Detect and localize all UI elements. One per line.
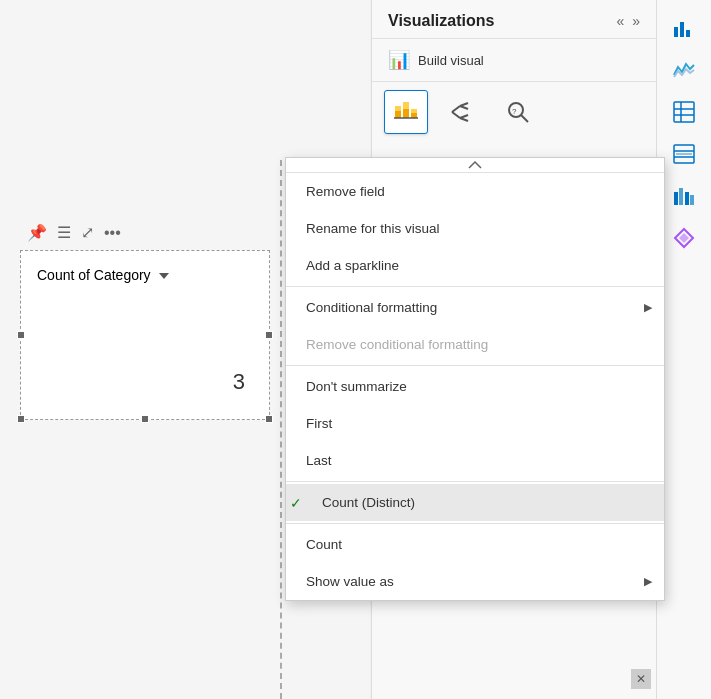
side-icon-grouped-bar[interactable] xyxy=(666,178,702,214)
viz-panel-title: Visualizations xyxy=(388,12,494,30)
menu-item-label: First xyxy=(306,416,332,431)
smart-narrative-icon: ? xyxy=(504,98,532,126)
side-icon-table[interactable] xyxy=(666,94,702,130)
svg-rect-1 xyxy=(395,106,401,111)
viz-header: Visualizations « » xyxy=(372,0,656,39)
context-menu-separator xyxy=(286,523,664,524)
side-icon-bar[interactable] xyxy=(666,10,702,46)
resize-handle-mid-left[interactable] xyxy=(17,331,25,339)
menu-item-label: Remove conditional formatting xyxy=(306,337,488,352)
svg-text:?: ? xyxy=(512,107,517,116)
svg-rect-12 xyxy=(686,30,690,37)
visual-value: 3 xyxy=(37,369,253,403)
resize-handle-bottom-left[interactable] xyxy=(17,415,25,423)
viz-arrows: « » xyxy=(616,13,640,29)
context-menu-item-conditional-formatting[interactable]: Conditional formatting▶ xyxy=(286,289,664,326)
menu-item-label: Add a sparkline xyxy=(306,258,399,273)
viz-icons-row: ? xyxy=(372,82,656,142)
svg-rect-21 xyxy=(674,192,678,205)
svg-line-8 xyxy=(521,115,528,122)
context-menu-separator xyxy=(286,365,664,366)
svg-rect-11 xyxy=(680,22,684,37)
context-menu: Remove fieldRename for this visualAdd a … xyxy=(285,157,665,601)
build-visual-label: Build visual xyxy=(418,53,484,68)
context-menu-item-last[interactable]: Last xyxy=(286,442,664,479)
side-icon-wavy[interactable] xyxy=(666,52,702,88)
close-button[interactable]: ✕ xyxy=(631,669,651,689)
viz-type-smart[interactable]: ? xyxy=(496,90,540,134)
menu-item-label: Don't summarize xyxy=(306,379,407,394)
stacked-bar-icon xyxy=(392,98,420,126)
more-icon[interactable]: ••• xyxy=(104,224,121,242)
svg-rect-10 xyxy=(674,27,678,37)
viz-type-decomp[interactable] xyxy=(440,90,484,134)
resize-handle-bottom-right[interactable] xyxy=(265,415,273,423)
svg-rect-23 xyxy=(685,192,689,205)
context-menu-item-remove-field[interactable]: Remove field xyxy=(286,173,664,210)
context-menu-item-remove-conditional: Remove conditional formatting xyxy=(286,326,664,363)
svg-rect-13 xyxy=(674,102,694,122)
context-menu-chevron xyxy=(286,158,664,173)
context-menu-item-show-value-as[interactable]: Show value as▶ xyxy=(286,563,664,600)
menu-item-label: Last xyxy=(306,453,332,468)
svg-marker-26 xyxy=(679,233,689,243)
context-menu-item-add-sparkline[interactable]: Add a sparkline xyxy=(286,247,664,284)
menu-item-label: Count (Distinct) xyxy=(306,495,415,510)
build-visual-icon: 📊 xyxy=(388,49,410,71)
menu-item-label: Show value as xyxy=(306,574,394,589)
decomp-icon xyxy=(448,98,476,126)
side-icon-diamond[interactable] xyxy=(666,220,702,256)
menu-item-label: Conditional formatting xyxy=(306,300,437,315)
check-icon: ✓ xyxy=(290,495,302,511)
filter-icon[interactable]: ☰ xyxy=(57,223,71,242)
submenu-arrow-icon: ▶ xyxy=(644,575,652,588)
visual-title: Count of Category xyxy=(37,267,253,283)
resize-handle-bottom-mid[interactable] xyxy=(141,415,149,423)
viz-type-stacked-bar[interactable] xyxy=(384,90,428,134)
context-menu-separator xyxy=(286,481,664,482)
menu-item-label: Count xyxy=(306,537,342,552)
context-menu-item-count[interactable]: Count xyxy=(286,526,664,563)
arrow-left[interactable]: « xyxy=(616,13,624,29)
visual-card[interactable]: 📌 ☰ ⤢ ••• Count of Category 3 xyxy=(20,250,270,420)
context-menu-list: Remove fieldRename for this visualAdd a … xyxy=(286,173,664,600)
menu-item-label: Rename for this visual xyxy=(306,221,440,236)
menu-item-label: Remove field xyxy=(306,184,385,199)
arrow-right[interactable]: » xyxy=(632,13,640,29)
viz-build-visual: 📊 Build visual xyxy=(372,39,656,82)
svg-rect-24 xyxy=(690,195,694,205)
svg-rect-3 xyxy=(403,102,409,109)
context-menu-item-first[interactable]: First xyxy=(286,405,664,442)
context-menu-item-rename-visual[interactable]: Rename for this visual xyxy=(286,210,664,247)
context-menu-item-dont-summarize[interactable]: Don't summarize xyxy=(286,368,664,405)
visual-toolbar: 📌 ☰ ⤢ ••• xyxy=(21,219,127,246)
resize-handle-mid-right[interactable] xyxy=(265,331,273,339)
canvas-border xyxy=(280,160,282,699)
svg-rect-22 xyxy=(679,188,683,205)
sort-icon xyxy=(159,273,169,279)
svg-rect-5 xyxy=(411,109,417,113)
pin-icon[interactable]: 📌 xyxy=(27,223,47,242)
context-menu-separator xyxy=(286,286,664,287)
context-menu-item-count-distinct[interactable]: ✓Count (Distinct) xyxy=(286,484,664,521)
svg-rect-20 xyxy=(676,153,692,155)
visual-content: Count of Category 3 xyxy=(21,251,269,419)
focus-icon[interactable]: ⤢ xyxy=(81,223,94,242)
submenu-arrow-icon: ▶ xyxy=(644,301,652,314)
side-icon-list[interactable] xyxy=(666,136,702,172)
